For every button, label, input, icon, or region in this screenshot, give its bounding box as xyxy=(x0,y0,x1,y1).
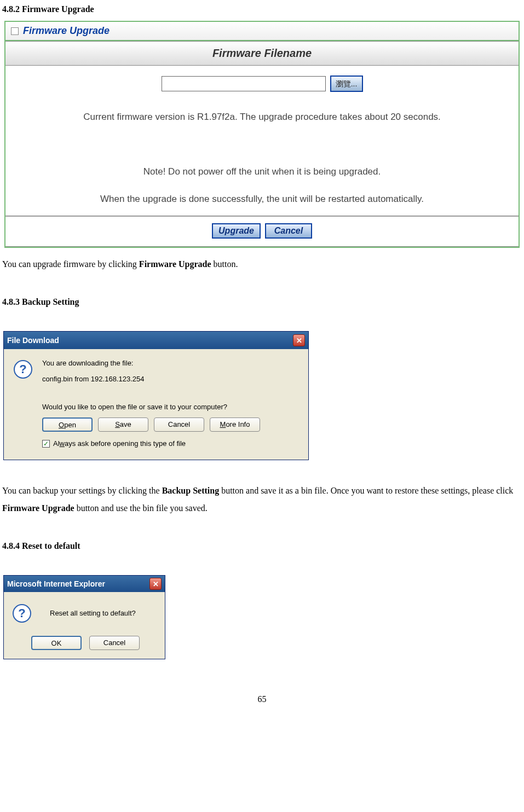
ie-message: Reset all setting to default? xyxy=(50,609,136,617)
heading-reset-default: 4.8.4 Reset to default xyxy=(0,541,524,551)
file-download-dialog: File Download ✕ ? You are downloading th… xyxy=(3,331,309,460)
always-ask-checkbox[interactable]: ✓ xyxy=(42,440,50,448)
ie-question-icon: ? xyxy=(13,604,31,623)
ie-cancel-button[interactable]: Cancel xyxy=(89,636,140,650)
paragraph-firmware-upgrade: You can upgrade firmware by clicking Fir… xyxy=(2,256,524,273)
heading-firmware-upgrade: 4.8.2 Firmware Upgrade xyxy=(0,4,524,14)
firmware-filename-label: Firmware Filename xyxy=(5,41,519,66)
heading-backup-setting: 4.8.3 Backup Setting xyxy=(0,297,524,307)
download-line-1: You are downloading the file: xyxy=(42,359,301,367)
para2-bold1: Backup Setting xyxy=(162,486,219,495)
upgrade-button[interactable]: Upgrade xyxy=(212,223,261,239)
panel-title: Firmware Upgrade xyxy=(23,25,110,37)
firmware-upgrade-panel: Firmware Upgrade Firmware Filename 瀏覽...… xyxy=(4,21,520,248)
save-button[interactable]: Save xyxy=(98,417,148,432)
dialog-body: ? You are downloading the file: config.b… xyxy=(4,349,308,460)
open-button[interactable]: Open xyxy=(42,417,93,432)
dialog-buttons: Open Save Cancel More Info xyxy=(42,417,301,432)
always-ask-row: ✓ Always ask before opening this type of… xyxy=(42,439,301,448)
ok-button[interactable]: OK xyxy=(31,636,82,650)
paragraph-backup-setting: You can backup your settings by clicking… xyxy=(2,482,524,517)
download-line-3: Would you like to open the file or save … xyxy=(42,403,301,411)
action-row: Upgrade Cancel xyxy=(5,216,519,247)
panel-header: Firmware Upgrade xyxy=(5,22,519,41)
ie-dialog-titlebar[interactable]: Microsoft Internet Explorer ✕ xyxy=(4,576,165,592)
dialog-cancel-button[interactable]: Cancel xyxy=(154,417,204,432)
ie-close-icon[interactable]: ✕ xyxy=(149,578,162,590)
upload-row: 瀏覽... xyxy=(11,76,513,92)
more-info-button[interactable]: More Info xyxy=(210,417,260,432)
browse-button[interactable]: 瀏覽... xyxy=(330,76,363,92)
page-number: 65 xyxy=(0,694,524,704)
ie-dialog-title: Microsoft Internet Explorer xyxy=(7,579,105,588)
para2-post: button and use the bin file you saved. xyxy=(74,503,208,513)
version-text: Current firmware version is R1.97f2a. Th… xyxy=(33,112,491,123)
dialog-titlebar[interactable]: File Download ✕ xyxy=(4,332,308,349)
ie-dialog-buttons: OK Cancel xyxy=(13,636,158,650)
save-label: ave xyxy=(120,420,131,428)
note-text: Note! Do not power off the unit when it … xyxy=(11,166,513,177)
firmware-file-input[interactable] xyxy=(162,76,326,91)
close-icon[interactable]: ✕ xyxy=(293,334,305,346)
open-label: pen xyxy=(64,421,76,429)
para1-bold: Firmware Upgrade xyxy=(139,259,211,269)
download-line-2: config.bin from 192.168.123.254 xyxy=(42,375,301,383)
dialog-content: You are downloading the file: config.bin… xyxy=(42,359,301,457)
restart-text: When the upgrade is done successfully, t… xyxy=(11,194,513,205)
firmware-panel-body: 瀏覽... Current firmware version is R1.97f… xyxy=(5,66,519,216)
always-ask-label: Always ask before opening this type of f… xyxy=(53,439,186,448)
question-icon: ? xyxy=(14,360,32,379)
cancel-button[interactable]: Cancel xyxy=(265,223,312,239)
para1-pre: You can upgrade firmware by clicking xyxy=(2,259,139,269)
more-label: ore Info xyxy=(226,420,250,428)
panel-expand-icon[interactable] xyxy=(11,27,19,35)
para2-pre: You can backup your settings by clicking… xyxy=(2,486,162,495)
ie-dialog-body: ? Reset all setting to default? OK Cance… xyxy=(4,592,165,659)
para2-mid: button and save it as a bin file. Once y… xyxy=(219,486,513,495)
reset-default-dialog: Microsoft Internet Explorer ✕ ? Reset al… xyxy=(3,575,165,659)
dialog-title: File Download xyxy=(7,336,59,345)
para2-bold2: Firmware Upgrade xyxy=(2,503,74,513)
para1-post: button. xyxy=(211,259,238,269)
